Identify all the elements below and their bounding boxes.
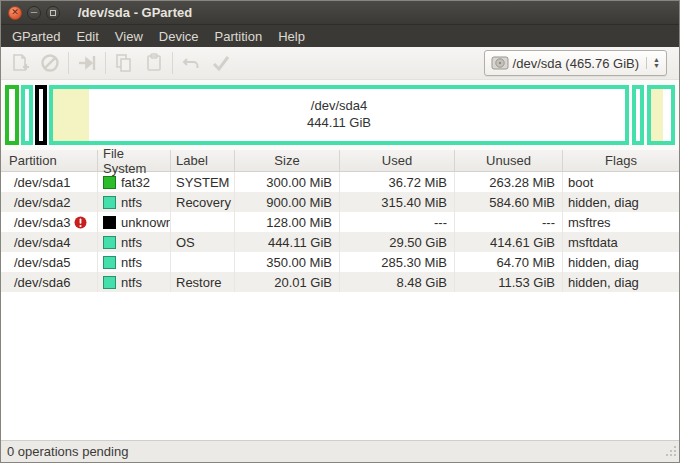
menu-partition[interactable]: Partition bbox=[207, 25, 271, 47]
delete-partition-button[interactable] bbox=[35, 49, 65, 77]
filesystem-name: ntfs bbox=[121, 235, 142, 250]
partition-label: SYSTEM bbox=[171, 172, 235, 192]
partition-used: 285.30 MiB bbox=[340, 252, 455, 272]
toolbar: /dev/sda (465.76 GiB) ▲▼ bbox=[1, 47, 679, 80]
partition-flags: boot bbox=[563, 172, 679, 192]
partition-flags: hidden, diag bbox=[563, 252, 679, 272]
toolbar-separator bbox=[172, 52, 173, 74]
menu-gparted[interactable]: GParted bbox=[4, 25, 68, 47]
column-header-flags[interactable]: Flags bbox=[563, 150, 679, 171]
partition-segment-sda4[interactable]: /dev/sda4 444.11 GiB bbox=[49, 85, 629, 145]
new-partition-icon bbox=[9, 52, 31, 74]
partition-name-cell: /dev/sda3 bbox=[1, 212, 98, 232]
copy-icon bbox=[113, 52, 135, 74]
table-row-sda3[interactable]: /dev/sda3 unknown 128.00 MiB --- --- msf… bbox=[1, 212, 679, 232]
used-space-block bbox=[651, 89, 663, 141]
new-partition-button[interactable] bbox=[5, 49, 35, 77]
menu-device[interactable]: Device bbox=[151, 25, 207, 47]
selected-partition-size: 444.11 GiB bbox=[307, 115, 371, 132]
partition-flags: hidden, diag bbox=[563, 272, 679, 292]
table-row-sda6[interactable]: /dev/sda6 ntfs Restore 20.01 GiB 8.48 Gi… bbox=[1, 272, 679, 292]
filesystem-cell: ntfs bbox=[98, 252, 171, 272]
resize-move-icon bbox=[76, 52, 98, 74]
window-title: /dev/sda - GParted bbox=[78, 5, 192, 20]
filesystem-color-swatch bbox=[103, 236, 116, 249]
paste-icon bbox=[143, 52, 165, 74]
table-row-sda1[interactable]: /dev/sda1 fat32 SYSTEM 300.00 MiB 36.72 … bbox=[1, 172, 679, 192]
resize-move-button[interactable] bbox=[72, 49, 102, 77]
partition-visual-area: /dev/sda4 444.11 GiB bbox=[1, 80, 679, 150]
resize-grip[interactable] bbox=[664, 444, 677, 460]
undo-icon bbox=[180, 52, 202, 74]
table-row-sda5[interactable]: /dev/sda5 ntfs 350.00 MiB 285.30 MiB 64.… bbox=[1, 252, 679, 272]
minimize-button[interactable]: ─ bbox=[27, 6, 41, 20]
menubar: GParted Edit View Device Partition Help bbox=[1, 25, 679, 47]
close-button[interactable]: ✕ bbox=[8, 6, 22, 20]
column-header-used[interactable]: Used bbox=[340, 150, 455, 171]
device-selector[interactable]: /dev/sda (465.76 GiB) ▲▼ bbox=[484, 50, 667, 76]
toolbar-separator bbox=[68, 52, 69, 74]
filesystem-cell: ntfs bbox=[98, 272, 171, 292]
partition-unused: 414.61 GiB bbox=[455, 232, 563, 252]
partition-used: 8.48 GiB bbox=[340, 272, 455, 292]
filesystem-name: ntfs bbox=[121, 195, 142, 210]
warning-icon bbox=[74, 216, 87, 229]
undo-button[interactable] bbox=[176, 49, 206, 77]
maximize-button[interactable] bbox=[46, 6, 60, 20]
copy-button[interactable] bbox=[109, 49, 139, 77]
toolbar-separator bbox=[105, 52, 106, 74]
statusbar: 0 operations pending bbox=[1, 440, 679, 462]
partition-name: /dev/sda5 bbox=[1, 252, 98, 272]
table-row-sda4[interactable]: /dev/sda4 ntfs OS 444.11 GiB 29.50 GiB 4… bbox=[1, 232, 679, 252]
partition-segment-sda2[interactable] bbox=[21, 85, 33, 145]
partition-label bbox=[171, 212, 235, 232]
partition-size: 350.00 MiB bbox=[235, 252, 340, 272]
menu-view[interactable]: View bbox=[107, 25, 151, 47]
filesystem-name: unknown bbox=[121, 215, 171, 230]
column-header-label[interactable]: Label bbox=[171, 150, 235, 171]
filesystem-name: ntfs bbox=[121, 275, 142, 290]
partition-size: 900.00 MiB bbox=[235, 192, 340, 212]
partition-unused: 584.60 MiB bbox=[455, 192, 563, 212]
apply-button[interactable] bbox=[206, 49, 236, 77]
partition-size: 444.11 GiB bbox=[235, 232, 340, 252]
partition-name: /dev/sda3 bbox=[14, 215, 70, 230]
partition-unused: 11.53 GiB bbox=[455, 272, 563, 292]
partition-unused: --- bbox=[455, 212, 563, 232]
filesystem-name: fat32 bbox=[121, 175, 150, 190]
partition-segment-sda3[interactable] bbox=[35, 85, 47, 145]
partition-segment-sda5[interactable] bbox=[632, 85, 644, 145]
filesystem-color-swatch bbox=[103, 176, 116, 189]
filesystem-color-swatch bbox=[103, 276, 116, 289]
menu-edit[interactable]: Edit bbox=[68, 25, 106, 47]
filesystem-name: ntfs bbox=[121, 255, 142, 270]
partition-label: OS bbox=[171, 232, 235, 252]
selected-partition-name: /dev/sda4 bbox=[311, 98, 367, 115]
partition-flags: msftdata bbox=[563, 232, 679, 252]
partition-used: 29.50 GiB bbox=[340, 232, 455, 252]
menu-help[interactable]: Help bbox=[270, 25, 313, 47]
column-header-partition[interactable]: Partition bbox=[1, 150, 98, 171]
partition-bar: /dev/sda4 444.11 GiB bbox=[5, 85, 675, 145]
pending-operations-text: 0 operations pending bbox=[7, 444, 128, 459]
partition-name: /dev/sda6 bbox=[1, 272, 98, 292]
spinner-arrows-icon: ▲▼ bbox=[646, 57, 660, 69]
column-header-filesystem[interactable]: File System bbox=[98, 150, 171, 171]
column-header-unused[interactable]: Unused bbox=[455, 150, 563, 171]
partition-segment-sda6[interactable] bbox=[647, 85, 675, 145]
partition-size: 300.00 MiB bbox=[235, 172, 340, 192]
delete-icon bbox=[39, 52, 61, 74]
partition-size: 20.01 GiB bbox=[235, 272, 340, 292]
used-space-block bbox=[53, 89, 89, 141]
filesystem-color-swatch bbox=[103, 256, 116, 269]
partition-flags: hidden, diag bbox=[563, 192, 679, 212]
filesystem-cell: ntfs bbox=[98, 192, 171, 212]
partition-segment-sda1[interactable] bbox=[5, 85, 19, 145]
partition-name: /dev/sda4 bbox=[1, 232, 98, 252]
table-row-sda2[interactable]: /dev/sda2 ntfs Recovery 900.00 MiB 315.4… bbox=[1, 192, 679, 212]
column-header-size[interactable]: Size bbox=[235, 150, 340, 171]
filesystem-cell: ntfs bbox=[98, 232, 171, 252]
partition-name: /dev/sda1 bbox=[1, 172, 98, 192]
filesystem-cell: unknown bbox=[98, 212, 171, 232]
paste-button[interactable] bbox=[139, 49, 169, 77]
